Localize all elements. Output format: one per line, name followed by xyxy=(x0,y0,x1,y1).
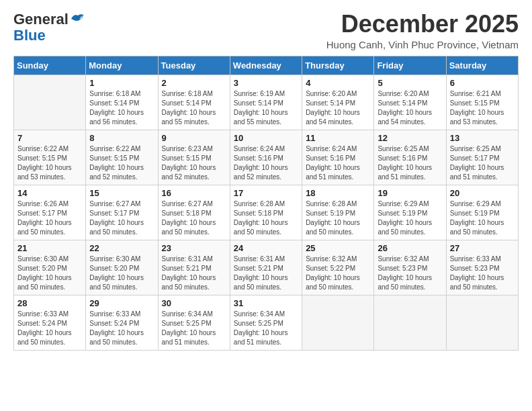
day-detail: Sunrise: 6:33 AM Sunset: 5:24 PM Dayligh… xyxy=(89,310,154,347)
calendar-cell: 7Sunrise: 6:22 AM Sunset: 5:15 PM Daylig… xyxy=(14,130,86,185)
calendar-cell: 5Sunrise: 6:20 AM Sunset: 5:14 PM Daylig… xyxy=(374,75,446,130)
calendar-cell xyxy=(374,295,446,350)
title-area: December 2025 Huong Canh, Vinh Phuc Prov… xyxy=(326,11,519,50)
day-detail: Sunrise: 6:27 AM Sunset: 5:17 PM Dayligh… xyxy=(89,199,154,237)
day-number: 27 xyxy=(450,243,515,253)
day-detail: Sunrise: 6:34 AM Sunset: 5:25 PM Dayligh… xyxy=(234,310,298,347)
day-detail: Sunrise: 6:24 AM Sunset: 5:16 PM Dayligh… xyxy=(306,144,370,182)
day-detail: Sunrise: 6:31 AM Sunset: 5:21 PM Dayligh… xyxy=(162,255,226,292)
day-number: 12 xyxy=(378,133,442,143)
day-number: 7 xyxy=(17,133,82,143)
weekday-header-monday: Monday xyxy=(86,56,158,75)
day-number: 2 xyxy=(162,78,226,88)
day-number: 18 xyxy=(306,188,370,198)
calendar-cell: 2Sunrise: 6:18 AM Sunset: 5:14 PM Daylig… xyxy=(158,75,230,130)
weekday-header-thursday: Thursday xyxy=(302,56,374,75)
day-detail: Sunrise: 6:25 AM Sunset: 5:17 PM Dayligh… xyxy=(450,144,515,182)
calendar-cell: 13Sunrise: 6:25 AM Sunset: 5:17 PM Dayli… xyxy=(446,130,518,185)
calendar-cell: 6Sunrise: 6:21 AM Sunset: 5:15 PM Daylig… xyxy=(446,75,518,130)
day-number: 8 xyxy=(89,133,154,143)
logo-bird-icon xyxy=(70,12,85,24)
calendar-header-row: SundayMondayTuesdayWednesdayThursdayFrid… xyxy=(14,56,519,75)
calendar-cell: 16Sunrise: 6:27 AM Sunset: 5:18 PM Dayli… xyxy=(158,185,230,240)
calendar-cell: 10Sunrise: 6:24 AM Sunset: 5:16 PM Dayli… xyxy=(230,130,302,185)
day-number: 28 xyxy=(17,298,82,308)
day-detail: Sunrise: 6:29 AM Sunset: 5:19 PM Dayligh… xyxy=(378,199,442,237)
day-detail: Sunrise: 6:31 AM Sunset: 5:21 PM Dayligh… xyxy=(234,255,298,292)
calendar-cell: 9Sunrise: 6:23 AM Sunset: 5:15 PM Daylig… xyxy=(158,130,230,185)
day-number: 23 xyxy=(162,243,226,253)
weekday-header-friday: Friday xyxy=(374,56,446,75)
page-header: General Blue December 2025 Huong Canh, V… xyxy=(13,11,519,50)
day-detail: Sunrise: 6:27 AM Sunset: 5:18 PM Dayligh… xyxy=(162,199,226,237)
calendar-cell: 4Sunrise: 6:20 AM Sunset: 5:14 PM Daylig… xyxy=(302,75,374,130)
day-number: 10 xyxy=(234,133,298,143)
day-detail: Sunrise: 6:22 AM Sunset: 5:15 PM Dayligh… xyxy=(89,144,154,182)
calendar-cell: 28Sunrise: 6:33 AM Sunset: 5:24 PM Dayli… xyxy=(14,295,86,350)
calendar-week-3: 14Sunrise: 6:26 AM Sunset: 5:17 PM Dayli… xyxy=(14,185,519,240)
day-number: 17 xyxy=(234,188,298,198)
day-number: 9 xyxy=(162,133,226,143)
calendar-cell: 8Sunrise: 6:22 AM Sunset: 5:15 PM Daylig… xyxy=(86,130,158,185)
day-number: 21 xyxy=(17,243,82,253)
day-detail: Sunrise: 6:32 AM Sunset: 5:22 PM Dayligh… xyxy=(306,255,370,292)
day-detail: Sunrise: 6:33 AM Sunset: 5:24 PM Dayligh… xyxy=(17,310,82,347)
day-detail: Sunrise: 6:21 AM Sunset: 5:15 PM Dayligh… xyxy=(450,89,515,127)
calendar-cell: 27Sunrise: 6:33 AM Sunset: 5:23 PM Dayli… xyxy=(446,240,518,295)
calendar-week-2: 7Sunrise: 6:22 AM Sunset: 5:15 PM Daylig… xyxy=(14,130,519,185)
calendar-cell: 12Sunrise: 6:25 AM Sunset: 5:16 PM Dayli… xyxy=(374,130,446,185)
day-number: 29 xyxy=(89,298,154,308)
day-detail: Sunrise: 6:20 AM Sunset: 5:14 PM Dayligh… xyxy=(378,89,442,127)
calendar-cell: 17Sunrise: 6:28 AM Sunset: 5:18 PM Dayli… xyxy=(230,185,302,240)
day-number: 13 xyxy=(450,133,515,143)
day-number: 19 xyxy=(378,188,442,198)
day-number: 11 xyxy=(306,133,370,143)
calendar-cell: 21Sunrise: 6:30 AM Sunset: 5:20 PM Dayli… xyxy=(14,240,86,295)
day-detail: Sunrise: 6:28 AM Sunset: 5:19 PM Dayligh… xyxy=(306,199,370,237)
calendar-cell: 23Sunrise: 6:31 AM Sunset: 5:21 PM Dayli… xyxy=(158,240,230,295)
day-detail: Sunrise: 6:34 AM Sunset: 5:25 PM Dayligh… xyxy=(162,310,226,347)
day-number: 20 xyxy=(450,188,515,198)
weekday-header-wednesday: Wednesday xyxy=(230,56,302,75)
calendar-cell: 11Sunrise: 6:24 AM Sunset: 5:16 PM Dayli… xyxy=(302,130,374,185)
calendar-cell: 18Sunrise: 6:28 AM Sunset: 5:19 PM Dayli… xyxy=(302,185,374,240)
day-detail: Sunrise: 6:20 AM Sunset: 5:14 PM Dayligh… xyxy=(306,89,370,127)
day-detail: Sunrise: 6:18 AM Sunset: 5:14 PM Dayligh… xyxy=(89,89,154,127)
calendar-cell xyxy=(446,295,518,350)
calendar-cell xyxy=(14,75,86,130)
logo-general-text: General xyxy=(13,11,69,28)
calendar-cell: 1Sunrise: 6:18 AM Sunset: 5:14 PM Daylig… xyxy=(86,75,158,130)
day-detail: Sunrise: 6:32 AM Sunset: 5:23 PM Dayligh… xyxy=(378,255,442,292)
day-number: 30 xyxy=(162,298,226,308)
day-detail: Sunrise: 6:19 AM Sunset: 5:14 PM Dayligh… xyxy=(234,89,298,127)
day-number: 25 xyxy=(306,243,370,253)
day-number: 15 xyxy=(89,188,154,198)
day-detail: Sunrise: 6:26 AM Sunset: 5:17 PM Dayligh… xyxy=(17,199,82,237)
day-detail: Sunrise: 6:28 AM Sunset: 5:18 PM Dayligh… xyxy=(234,199,298,237)
day-detail: Sunrise: 6:22 AM Sunset: 5:15 PM Dayligh… xyxy=(17,144,82,182)
day-number: 24 xyxy=(234,243,298,253)
day-detail: Sunrise: 6:18 AM Sunset: 5:14 PM Dayligh… xyxy=(162,89,226,127)
day-detail: Sunrise: 6:29 AM Sunset: 5:19 PM Dayligh… xyxy=(450,199,515,237)
day-number: 5 xyxy=(378,78,442,88)
day-number: 1 xyxy=(89,78,154,88)
day-number: 4 xyxy=(306,78,370,88)
day-number: 3 xyxy=(234,78,298,88)
calendar-cell: 19Sunrise: 6:29 AM Sunset: 5:19 PM Dayli… xyxy=(374,185,446,240)
location-text: Huong Canh, Vinh Phuc Province, Vietnam xyxy=(326,39,519,50)
day-detail: Sunrise: 6:30 AM Sunset: 5:20 PM Dayligh… xyxy=(17,255,82,292)
calendar-cell: 15Sunrise: 6:27 AM Sunset: 5:17 PM Dayli… xyxy=(86,185,158,240)
calendar-cell: 14Sunrise: 6:26 AM Sunset: 5:17 PM Dayli… xyxy=(14,185,86,240)
calendar-cell: 3Sunrise: 6:19 AM Sunset: 5:14 PM Daylig… xyxy=(230,75,302,130)
month-title: December 2025 xyxy=(326,11,519,38)
calendar-week-4: 21Sunrise: 6:30 AM Sunset: 5:20 PM Dayli… xyxy=(14,240,519,295)
day-number: 22 xyxy=(89,243,154,253)
weekday-header-tuesday: Tuesday xyxy=(158,56,230,75)
day-number: 31 xyxy=(234,298,298,308)
day-detail: Sunrise: 6:33 AM Sunset: 5:23 PM Dayligh… xyxy=(450,255,515,292)
day-detail: Sunrise: 6:25 AM Sunset: 5:16 PM Dayligh… xyxy=(378,144,442,182)
logo: General Blue xyxy=(13,11,85,44)
calendar-cell: 25Sunrise: 6:32 AM Sunset: 5:22 PM Dayli… xyxy=(302,240,374,295)
calendar-cell xyxy=(302,295,374,350)
calendar-cell: 31Sunrise: 6:34 AM Sunset: 5:25 PM Dayli… xyxy=(230,295,302,350)
